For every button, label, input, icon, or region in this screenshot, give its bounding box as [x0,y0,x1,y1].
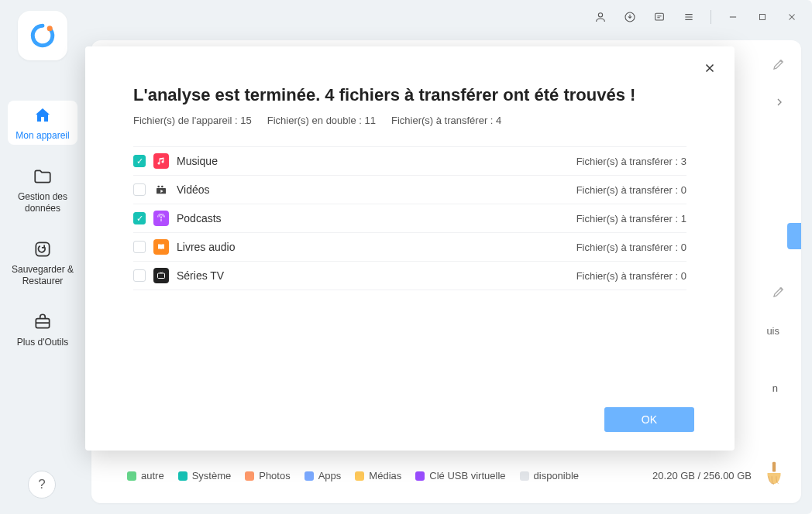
storage-usage: 20.20 GB / 256.00 GB [652,470,752,481]
account-icon[interactable] [590,6,611,28]
stat-duplicate: Fichier(s) en double : 11 [267,115,376,126]
legend-item: disponible [520,470,580,481]
category-icon [153,153,169,169]
checkbox[interactable] [133,269,146,282]
svg-rect-2 [655,13,664,20]
legend-label: Photos [259,470,290,481]
category-label: Séries TV [177,269,569,282]
svg-rect-9 [157,186,160,188]
legend-item: Clé USB virtuelle [415,470,505,481]
swatch [304,471,314,481]
backup-icon [33,239,53,259]
dialog-title: L'analyse est terminée. 4 fichiers à tra… [133,85,686,105]
legend-item: Apps [304,470,342,481]
category-label: Livres audio [177,241,569,253]
storage-legend: autreSystèmePhotosAppsMédiasClé USB virt… [127,470,752,481]
category-label: Vidéos [177,183,569,196]
checkbox[interactable] [133,155,146,167]
legend-item: Système [178,470,232,481]
stat-transfer: Fichier(s) à transférer : 4 [391,115,501,126]
sidebar-item-my-device[interactable]: Mon appareil [8,101,77,145]
swatch [520,471,529,481]
swatch [245,471,254,481]
sidebar-item-label: Plus d'Outils [17,337,68,348]
sidebar-item-label: Sauvegarder & Restaurer [8,264,77,287]
category-count: Fichier(s) à transférer : 3 [576,156,686,167]
sidebar-item-label: Mon appareil [15,130,69,142]
svg-point-0 [598,13,602,17]
close-button[interactable] [781,6,803,28]
download-icon[interactable] [619,6,641,28]
svg-rect-10 [161,186,163,188]
bg-text-fragment: uis [766,325,779,337]
sidebar: Mon appareil Gestion des données Sauvega… [0,0,85,514]
swatch [355,471,364,481]
dialog-stats: Fichier(s) de l'appareil : 15 Fichier(s)… [133,115,686,126]
category-row[interactable]: MusiqueFichier(s) à transférer : 3 [133,146,686,176]
sidebar-item-data-management[interactable]: Gestion des données [8,162,77,218]
app-logo [18,11,67,60]
analysis-complete-dialog: L'analyse est terminée. 4 fichiers à tra… [85,46,735,451]
sidebar-item-label: Gestion des données [8,191,77,214]
legend-item: Photos [245,470,290,481]
ok-button[interactable]: OK [604,407,694,432]
legend-label: Système [192,470,232,481]
edit-icon[interactable] [772,285,786,302]
svg-rect-3 [760,15,766,20]
category-icon [153,239,169,255]
swatch [415,471,425,481]
sidebar-item-backup-restore[interactable]: Sauvegarder & Restaurer [8,235,77,290]
category-row[interactable]: VidéosFichier(s) à transférer : 0 [133,176,686,204]
category-row[interactable]: Livres audioFichier(s) à transférer : 0 [133,233,686,262]
category-label: Musique [177,155,569,167]
svg-point-12 [160,217,162,218]
legend-item: Médias [355,470,401,481]
bg-text-fragment: n [772,382,778,394]
separator [710,10,711,24]
category-row[interactable]: PodcastsFichier(s) à transférer : 1 [133,204,686,233]
checkbox[interactable] [133,241,146,253]
category-list: MusiqueFichier(s) à transférer : 3Vidéos… [133,146,686,290]
legend-label: autre [141,470,164,481]
feedback-icon[interactable] [649,6,670,28]
legend-label: disponible [534,470,580,481]
legend-item: autre [127,470,164,481]
blue-accent [787,223,801,249]
category-count: Fichier(s) à transférer : 1 [576,213,686,224]
folder-icon [33,166,53,187]
category-label: Podcasts [177,212,569,224]
category-icon [153,182,169,197]
category-count: Fichier(s) à transférer : 0 [576,184,686,196]
legend-label: Clé USB virtuelle [429,470,505,481]
maximize-button[interactable] [752,6,773,28]
close-icon[interactable] [699,57,721,79]
category-count: Fichier(s) à transférer : 0 [576,242,686,253]
swatch [127,471,136,481]
swatch [178,471,188,481]
category-icon [153,268,169,283]
stat-device: Fichier(s) de l'appareil : 15 [133,115,252,126]
category-count: Fichier(s) à transférer : 0 [576,270,686,282]
svg-rect-13 [158,273,165,279]
edit-icon[interactable] [772,57,786,74]
home-icon [33,105,53,125]
checkbox[interactable] [133,212,146,224]
help-button[interactable]: ? [28,471,56,499]
titlebar [0,0,812,34]
legend-label: Médias [369,470,401,481]
sidebar-item-more-tools[interactable]: Plus d'Outils [8,307,77,351]
svg-rect-7 [772,462,776,472]
legend-label: Apps [318,470,342,481]
category-icon [153,211,169,226]
cleanup-icon[interactable] [761,460,787,489]
toolbox-icon [33,312,53,332]
svg-point-4 [47,26,53,31]
minimize-button[interactable] [722,6,744,28]
chevron-right-icon[interactable] [773,96,786,111]
menu-icon[interactable] [678,6,700,28]
category-row[interactable]: Séries TVFichier(s) à transférer : 0 [133,262,686,290]
checkbox[interactable] [133,183,146,196]
